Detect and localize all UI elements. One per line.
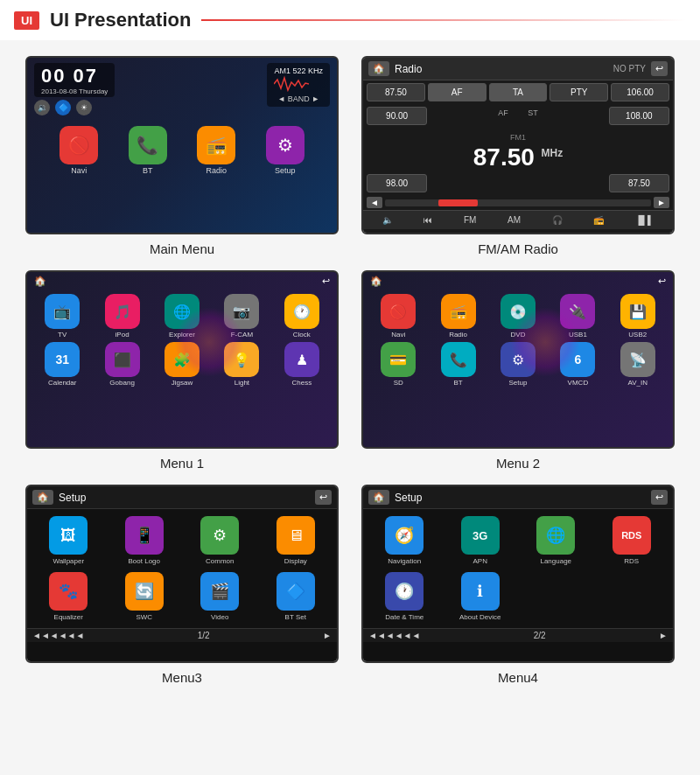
menu2-caption: Menu 2 bbox=[496, 456, 540, 471]
mm-radio-label: AM1 522 KHz bbox=[274, 66, 323, 75]
setup1-icon-wallpaper: 🖼 bbox=[49, 516, 88, 555]
menu2-app-usb1[interactable]: 🔌 USB1 bbox=[550, 294, 606, 339]
setup2-icon-lang: 🌐 bbox=[536, 516, 575, 555]
radio-back-btn[interactable]: ↩ bbox=[651, 61, 668, 76]
setup1-app-common[interactable]: ⚙ Common bbox=[186, 516, 255, 565]
setup2-app-nav[interactable]: 🧭 Navigation bbox=[370, 516, 439, 565]
radio-btn-ta[interactable]: TA bbox=[489, 83, 548, 101]
radio-btn-106[interactable]: 106.00 bbox=[611, 83, 669, 101]
menu1-icon-jigsaw: 🧩 bbox=[164, 342, 200, 377]
radio-head-btn[interactable]: 🎧 bbox=[549, 213, 566, 227]
setup2-back-btn[interactable]: ↩ bbox=[651, 490, 668, 505]
setup1-app-btset[interactable]: 🔷 BT Set bbox=[262, 572, 331, 621]
menu1-app-clock[interactable]: 🕐 Clock bbox=[274, 294, 330, 339]
menu1-app-calendar[interactable]: 31 Calendar bbox=[34, 342, 90, 387]
setup2-title: Setup bbox=[395, 492, 646, 504]
setup2-app-lang[interactable]: 🌐 Language bbox=[522, 516, 591, 565]
menu1-icon-ipod: 🎵 bbox=[105, 294, 140, 329]
radio-am-btn[interactable]: AM bbox=[504, 213, 524, 227]
radio-bar-left-btn[interactable]: ◄ bbox=[367, 197, 382, 208]
menu1-app-light[interactable]: 💡 Light bbox=[214, 342, 270, 387]
radio-screen-container: 🏠 Radio NO PTY ↩ 87.50 AF TA PTY 106.00 … bbox=[361, 56, 675, 234]
setup1-nav-left[interactable]: ◄◄◄◄◄◄ bbox=[32, 631, 84, 640]
menu1-app-fcam[interactable]: 📷 F-CAM bbox=[214, 294, 270, 339]
menu1-app-chess[interactable]: ♟ Chess bbox=[274, 342, 330, 387]
menu2-app-avin[interactable]: 📡 AV_IN bbox=[610, 342, 666, 387]
radio-btn-pty[interactable]: PTY bbox=[550, 83, 608, 101]
header-badge: UI bbox=[14, 11, 39, 30]
menu1-app-ipod[interactable]: 🎵 iPod bbox=[94, 294, 150, 339]
setup2-page: 2/2 bbox=[534, 631, 546, 640]
menu2-icon-usb2: 💾 bbox=[620, 294, 655, 329]
menu2-icon-usb1: 🔌 bbox=[560, 294, 595, 329]
setup2-icon-nav: 🧭 bbox=[385, 516, 424, 555]
setup2-caption: Menu4 bbox=[498, 670, 538, 685]
header-title: UI Presentation bbox=[50, 9, 191, 31]
mm-date: 2013-08-08 Thursday bbox=[41, 87, 108, 95]
setup2-app-about[interactable]: ℹ About Device bbox=[446, 572, 515, 621]
menu1-icon-tv: 📺 bbox=[45, 294, 80, 329]
mm-app-setup[interactable]: ⚙ Setup bbox=[266, 126, 304, 175]
header: UI UI Presentation bbox=[0, 0, 700, 40]
mm-app-icon-radio: 📻 bbox=[197, 126, 235, 164]
mm-app-radio[interactable]: 📻 Radio bbox=[197, 126, 235, 175]
setup1-icon-common: ⚙ bbox=[200, 516, 239, 555]
radio-music-btn[interactable]: 📻 bbox=[590, 213, 607, 227]
setup1-app-swc[interactable]: 🔄 SWC bbox=[110, 572, 179, 621]
setup1-app-wallpaper[interactable]: 🖼 Wallpaper bbox=[34, 516, 103, 565]
radio-fm-btn[interactable]: FM bbox=[460, 213, 480, 227]
menu1-icon-gobang: ⬛ bbox=[105, 342, 140, 377]
mm-app-navi[interactable]: 🚫 Navi bbox=[60, 126, 98, 175]
menu2-app-setup[interactable]: ⚙ Setup bbox=[490, 342, 546, 387]
radio-btn-108[interactable]: 108.00 bbox=[609, 107, 669, 125]
setup2-app-apn[interactable]: 3G APN bbox=[446, 516, 515, 565]
setup1-icon-display: 🖥 bbox=[276, 516, 315, 555]
main-menu-screen: 00 07 2013-08-08 Thursday 🔉 🔷 ☀ AM1 522 … bbox=[25, 56, 339, 234]
radio-btn-90[interactable]: 90.00 bbox=[367, 107, 427, 125]
radio-cell: 🏠 Radio NO PTY ↩ 87.50 AF TA PTY 106.00 … bbox=[350, 49, 686, 263]
setup2-nav-left[interactable]: ◄◄◄◄◄◄ bbox=[368, 631, 420, 640]
setup2-home-btn[interactable]: 🏠 bbox=[368, 490, 389, 505]
setup1-nav-right[interactable]: ► bbox=[323, 631, 332, 640]
radio-title: Radio bbox=[395, 63, 608, 75]
radio-prev-btn[interactable]: ⏮ bbox=[420, 213, 436, 227]
menu2-app-bt[interactable]: 📞 BT bbox=[430, 342, 486, 387]
menu2-app-navi[interactable]: 🚫 Navi bbox=[370, 294, 426, 339]
menu2-icon-dvd: 💿 bbox=[500, 294, 536, 329]
setup1-app-bootlogo[interactable]: 📱 Boot Logo bbox=[110, 516, 179, 565]
mm-app-bt[interactable]: 📞 BT bbox=[129, 126, 167, 175]
menu1-app-tv[interactable]: 📺 TV bbox=[34, 294, 90, 339]
menu1-icon-clock: 🕐 bbox=[284, 294, 319, 329]
menu1-back-icon: ↩ bbox=[322, 276, 330, 287]
setup2-app-datetime[interactable]: 🕐 Date & Time bbox=[370, 572, 439, 621]
setup2-app-rds[interactable]: RDS RDS bbox=[598, 516, 667, 565]
setup1-app-equalizer[interactable]: 🐾 Equalizer bbox=[34, 572, 103, 621]
radio-btn-98[interactable]: 98.00 bbox=[367, 174, 427, 192]
menu2-app-dvd[interactable]: 💿 DVD bbox=[490, 294, 546, 339]
menu1-app-explorer[interactable]: 🌐 Explorer bbox=[154, 294, 210, 339]
menu2-app-vmcd[interactable]: 6 VMCD bbox=[550, 342, 606, 387]
screens-grid: 00 07 2013-08-08 Thursday 🔉 🔷 ☀ AM1 522 … bbox=[0, 40, 700, 701]
setup1-app-video[interactable]: 🎬 Video bbox=[186, 572, 255, 621]
main-menu-cell: 00 07 2013-08-08 Thursday 🔉 🔷 ☀ AM1 522 … bbox=[14, 49, 350, 263]
header-line bbox=[201, 19, 686, 21]
mm-volume-icon: 🔉 bbox=[34, 100, 50, 115]
radio-vol-btn[interactable]: 🔈 bbox=[379, 213, 396, 227]
radio-btn-8750[interactable]: 87.50 bbox=[367, 83, 425, 101]
radio-eq-btn[interactable]: ▐▌▌ bbox=[632, 213, 657, 227]
menu2-icon-sd: 💳 bbox=[381, 342, 416, 377]
menu2-app-sd[interactable]: 💳 SD bbox=[370, 342, 426, 387]
menu1-app-gobang[interactable]: ⬛ Gobang bbox=[94, 342, 150, 387]
setup1-home-btn[interactable]: 🏠 bbox=[32, 490, 53, 505]
radio-home-btn[interactable]: 🏠 bbox=[368, 61, 389, 76]
setup2-nav-right[interactable]: ► bbox=[659, 631, 668, 640]
menu1-app-jigsaw[interactable]: 🧩 Jigsaw bbox=[154, 342, 210, 387]
radio-bar-right-btn[interactable]: ► bbox=[654, 197, 669, 208]
radio-btn-af[interactable]: AF bbox=[428, 83, 486, 101]
setup1-back-btn[interactable]: ↩ bbox=[315, 490, 332, 505]
mm-app-icon-navi: 🚫 bbox=[60, 126, 98, 164]
setup1-app-display[interactable]: 🖥 Display bbox=[262, 516, 331, 565]
menu2-app-usb2[interactable]: 💾 USB2 bbox=[610, 294, 666, 339]
radio-btn-8750b[interactable]: 87.50 bbox=[609, 174, 669, 192]
menu2-app-radio[interactable]: 📻 Radio bbox=[430, 294, 486, 339]
